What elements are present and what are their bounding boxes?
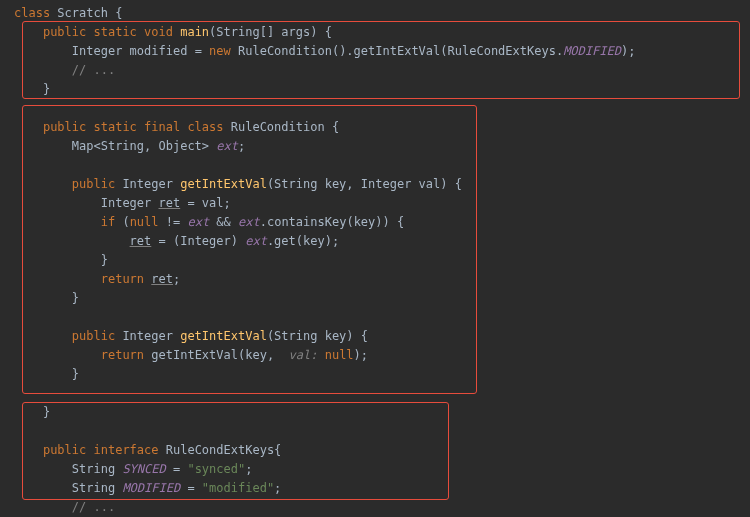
code-line: Integer ret = val;	[14, 194, 750, 213]
code-line: ret = (Integer) ext.get(key);	[14, 232, 750, 251]
blank-line	[14, 99, 750, 118]
code-line: Map<String, Object> ext;	[14, 137, 750, 156]
code-line: public Integer getIntExtVal(String key) …	[14, 327, 750, 346]
code-line: return getIntExtVal(key, val: null);	[14, 346, 750, 365]
code-line: }	[14, 403, 750, 422]
blank-line	[14, 156, 750, 175]
code-line: class Scratch {	[14, 4, 750, 23]
code-line: // ...	[14, 498, 750, 517]
code-line: }	[14, 251, 750, 270]
code-line: }	[14, 80, 750, 99]
code-line: String SYNCED = "synced";	[14, 460, 750, 479]
code-editor[interactable]: class Scratch { public static void main(…	[14, 4, 750, 517]
code-line: String MODIFIED = "modified";	[14, 479, 750, 498]
blank-line	[14, 422, 750, 441]
code-line: Integer modified = new RuleCondition().g…	[14, 42, 750, 61]
blank-line	[14, 384, 750, 403]
code-line: public Integer getIntExtVal(String key, …	[14, 175, 750, 194]
code-line: }	[14, 365, 750, 384]
code-line: public static final class RuleCondition …	[14, 118, 750, 137]
code-line: return ret;	[14, 270, 750, 289]
code-line: }	[14, 289, 750, 308]
code-line: // ...	[14, 61, 750, 80]
code-line: if (null != ext && ext.containsKey(key))…	[14, 213, 750, 232]
code-line: public static void main(String[] args) {	[14, 23, 750, 42]
blank-line	[14, 308, 750, 327]
code-line: public interface RuleCondExtKeys{	[14, 441, 750, 460]
